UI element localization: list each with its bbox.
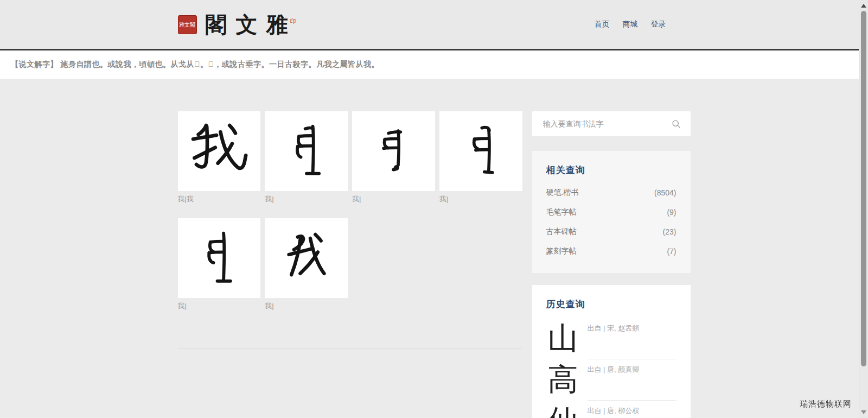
history-queries-title: 历史查询	[546, 298, 676, 311]
related-query-item[interactable]: 毛笔字帖 (9)	[546, 202, 676, 222]
vertical-scrollbar[interactable]	[859, 0, 868, 418]
vendor-watermark: 瑞浩德物联网	[800, 399, 852, 409]
calligraphy-result-5[interactable]: 我|	[178, 218, 261, 311]
search-input[interactable]	[543, 119, 672, 128]
results-divider	[178, 348, 522, 349]
calligraphy-result-2[interactable]: 我|	[265, 111, 348, 204]
shuowen-definition-text: 【说文解字】 施身自謂也。或說我，頃頓也。从戈从𠄒。𠄒，或說古垂字。一日古殺字。…	[11, 60, 379, 69]
calligraphy-image-tile[interactable]	[265, 218, 348, 298]
calligraphy-grid: 我|我 我|	[178, 111, 522, 325]
ancient-wo-1-icon	[275, 120, 338, 183]
nav-item-login[interactable]: 登录	[651, 20, 666, 29]
history-source: 出自 | 唐, 柳公权	[588, 406, 676, 416]
related-query-item[interactable]: 篆刻字帖 (7)	[546, 242, 676, 261]
calligraphy-result-4[interactable]: 我|	[439, 111, 522, 204]
related-queries-title: 相关查询	[546, 164, 676, 176]
history-query-item[interactable]: 山 出自 | 宋, 赵孟頫	[546, 318, 676, 359]
scrollbar-thumb[interactable]	[861, 11, 866, 366]
site-logo[interactable]: 雅文閣 閣文雅印	[178, 10, 303, 40]
history-query-item[interactable]: 高 出自 | 唐, 颜真卿	[546, 359, 676, 401]
related-query-count: (7)	[667, 247, 676, 256]
related-query-label: 硬笔.楷书	[546, 188, 579, 198]
ancient-wo-4-icon	[188, 227, 251, 290]
sidebar: 相关查询 硬笔.楷书 (8504) 毛笔字帖 (9) 古本碑帖 (23) 篆刻字…	[532, 111, 691, 418]
page-content: 我|我 我|	[178, 111, 691, 418]
result-caption: 我|	[439, 194, 522, 204]
related-query-label: 古本碑帖	[546, 227, 577, 237]
related-query-item[interactable]: 硬笔.楷书 (8504)	[546, 183, 676, 202]
nav-item-home[interactable]: 首页	[595, 20, 610, 29]
result-caption: 我|	[265, 301, 348, 311]
related-query-label: 毛笔字帖	[546, 207, 577, 217]
search-box[interactable]	[532, 111, 691, 136]
history-character: 高	[546, 359, 580, 401]
result-caption: 我|	[265, 194, 348, 204]
calligraphy-image-tile[interactable]	[265, 111, 348, 191]
ancient-wo-3-icon	[450, 121, 512, 182]
result-caption: 我|	[352, 194, 435, 204]
history-queries-list: 山 出自 | 宋, 赵孟頫 高 出自 | 唐, 颜真卿 仙 出自 | 唐, 柳公…	[546, 318, 676, 418]
related-queries-list: 硬笔.楷书 (8504) 毛笔字帖 (9) 古本碑帖 (23) 篆刻字帖 (7)	[546, 183, 676, 261]
related-query-count: (8504)	[654, 188, 676, 197]
results-area: 我|我 我|	[178, 111, 522, 349]
calligraphy-image-tile[interactable]	[439, 111, 522, 191]
result-caption: 我|	[178, 301, 261, 311]
history-character: 山	[546, 318, 580, 359]
seal-stamp-icon: 雅文閣	[178, 15, 197, 34]
history-source: 出自 | 宋, 赵孟頫	[588, 324, 676, 333]
history-queries-card: 历史查询 山 出自 | 宋, 赵孟頫 高 出自 | 唐, 颜真卿 仙	[532, 285, 691, 418]
history-character: 仙	[546, 401, 580, 418]
red-stamp-mark: 印	[290, 18, 296, 24]
calligraphy-result-3[interactable]: 我|	[352, 111, 435, 204]
nav-item-mall[interactable]: 商城	[623, 20, 638, 29]
calligraphy-image-tile[interactable]	[178, 218, 261, 298]
related-query-item[interactable]: 古本碑帖 (23)	[546, 222, 676, 242]
site-title: 閣文雅印	[206, 10, 303, 40]
result-caption: 我|我	[178, 194, 261, 204]
history-source: 出自 | 唐, 颜真卿	[588, 365, 676, 375]
calligraphy-image-tile[interactable]	[178, 111, 261, 191]
scrollbar-down-arrow-icon[interactable]	[861, 410, 866, 414]
scrollbar-up-arrow-icon[interactable]	[861, 4, 866, 8]
related-query-label: 篆刻字帖	[546, 246, 577, 256]
related-queries-card: 相关查询 硬笔.楷书 (8504) 毛笔字帖 (9) 古本碑帖 (23) 篆刻字…	[532, 151, 691, 273]
calligraphy-image-tile[interactable]	[352, 111, 435, 191]
calligraphy-result-6[interactable]: 我|	[265, 218, 348, 311]
search-icon[interactable]	[672, 119, 681, 129]
main-nav: 首页 商城 登录	[595, 20, 691, 29]
history-query-item[interactable]: 仙 出自 | 唐, 柳公权	[546, 401, 676, 418]
site-header: 雅文閣 閣文雅印 首页 商城 登录	[0, 0, 868, 50]
cursive-wo-icon	[275, 227, 338, 290]
ancient-wo-2-icon	[363, 121, 424, 182]
kaishu-wo-icon	[187, 119, 252, 184]
related-query-count: (9)	[667, 208, 676, 217]
related-query-count: (23)	[663, 227, 676, 236]
shuowen-definition-bar: 【说文解字】 施身自謂也。或說我，頃頓也。从戈从𠄒。𠄒，或說古垂字。一日古殺字。…	[0, 50, 868, 79]
calligraphy-result-1[interactable]: 我|我	[178, 111, 261, 204]
